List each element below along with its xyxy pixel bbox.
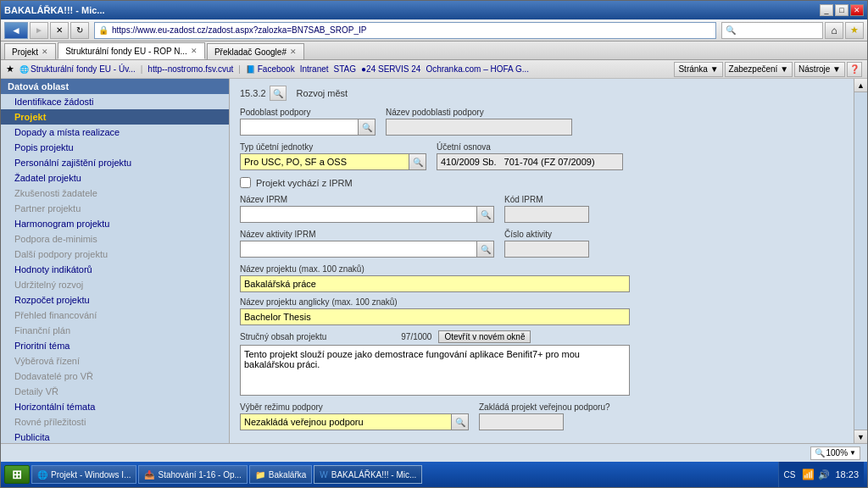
content-area: 15.3.2 🔍 Rozvoj měst Podoblast podpory 🔍… [230, 79, 854, 443]
sidebar-item-publicita[interactable]: Publicita [1, 430, 229, 443]
zoom-icon: 🔍 [815, 448, 825, 458]
cislo-aktivity-input[interactable] [504, 241, 589, 258]
tab-close-icon[interactable]: ✕ [42, 47, 48, 56]
sidebar-item-financni-plan: Finanční plán [1, 323, 229, 338]
sidebar-item-zadatel[interactable]: Žadatel projektu [1, 170, 229, 186]
zoom-indicator[interactable]: 🔍 100% ▼ [810, 446, 861, 460]
network-icon: 📶 [802, 469, 815, 480]
tab-strukturalni[interactable]: Strukturální fondy EU - ROP N... ✕ [58, 42, 205, 59]
scroll-top-value: 15.3.2 [240, 88, 266, 98]
tools-button[interactable]: Nástroje ▼ [794, 62, 845, 77]
kod-iprm-input[interactable] [504, 206, 589, 223]
ie-tools-button[interactable]: Stránka ▼ [674, 62, 722, 77]
minimize-button[interactable]: _ [820, 4, 833, 16]
nazev-aktivity-input[interactable] [240, 241, 477, 258]
form-row-ucetni: Typ účetní jednotky 🔍 Účetní osnova [240, 142, 843, 170]
bookmark-nostromo[interactable]: http--nostromo.fsv.cvut [147, 64, 233, 74]
word-icon: W [320, 470, 327, 480]
form-group-strucny-obsah: Stručný obsah projektu 97/1000 Otevřít v… [240, 330, 843, 397]
title-bar: BAKALÁŘKA!!! - Mic... _ □ ✕ [1, 1, 867, 19]
iprm-checkbox[interactable] [240, 177, 251, 188]
zoom-value: 100% [826, 448, 849, 458]
form-row-podoblast: Podoblast podpory 🔍 Název podoblasti pod… [240, 108, 843, 136]
sidebar-item-podpora-de-minimis: Podpora de-minimis [1, 231, 229, 247]
form-row-vyber-rezimu: Výběr režimu podpory 🔍 Zakládá projekt v… [240, 402, 843, 430]
nazev-projektu-input[interactable] [240, 275, 630, 292]
scroll-top-icon[interactable]: 🔍 [270, 86, 287, 101]
form-group-nazev-en: Název projektu anglicky (max. 100 znaků) [240, 297, 843, 325]
vyber-rezimu-input[interactable] [240, 413, 452, 430]
sidebar-item-personalni[interactable]: Personální zajištění projektu [1, 155, 229, 170]
taskbar-app-bakalarka[interactable]: 📁 Bakalářka [249, 465, 312, 484]
typ-ucetni-input[interactable] [240, 153, 409, 170]
nazev-aktivity-label: Název aktivity IPRM [240, 230, 494, 239]
typ-ucetni-search-btn[interactable]: 🔍 [409, 153, 426, 170]
safety-button[interactable]: Zabezpečení ▼ [725, 62, 793, 77]
sidebar-item-harmonogram[interactable]: Harmonogram projektu [1, 216, 229, 231]
stop-button[interactable]: ✕ [50, 22, 69, 39]
sidebar-item-popis[interactable]: Popis projektu [1, 140, 229, 155]
back-button[interactable]: ◄ [4, 22, 28, 39]
nazev-iprm-input[interactable] [240, 206, 477, 223]
tab-prekladac[interactable]: Překladač Google# ✕ [207, 43, 304, 59]
sidebar-item-rovne-prilezitosti: Rovné příležitosti [1, 414, 229, 430]
tab-close-icon2[interactable]: ✕ [191, 47, 198, 55]
favorites-button[interactable]: ★ [845, 22, 864, 39]
sidebar-item-zkusenosti: Zkušenosti žadatele [1, 186, 229, 201]
vyber-rezimu-search-btn[interactable]: 🔍 [452, 413, 469, 430]
sidebar-item-dopady[interactable]: Dopady a místa realizace [1, 125, 229, 140]
podoblast-input[interactable] [240, 119, 359, 136]
nazev-projektu-label: Název projektu (max. 100 znaků) [240, 264, 843, 274]
home-button[interactable]: ⌂ [825, 22, 843, 39]
taskbar: ⊞ 🌐 Projekt - Windows I... 📥 Stahování 1… [1, 462, 867, 487]
sidebar: Datová oblast Identifikace žádosti Proje… [1, 79, 230, 443]
bookmark-servis24[interactable]: ●24 SERVIS 24 [361, 64, 420, 74]
sidebar-item-hodnoty[interactable]: Hodnoty indikátorů [1, 262, 229, 277]
sidebar-item-rozpocet[interactable]: Rozpočet projektu [1, 292, 229, 308]
ucetni-osnova-input[interactable] [437, 153, 623, 170]
sidebar-item-prioritni-tema[interactable]: Prioritní téma [1, 338, 229, 353]
close-button[interactable]: ✕ [850, 4, 864, 16]
sidebar-item-projekt[interactable]: Projekt [1, 109, 229, 125]
tab-projekt[interactable]: Projekt ✕ [4, 43, 56, 59]
taskbar-app-explorer[interactable]: 🌐 Projekt - Windows I... [31, 465, 136, 484]
nazev-projektu-en-input[interactable] [240, 308, 630, 325]
iprm-label: Projekt vychází z IPRM [256, 178, 353, 188]
address-bar[interactable]: 🔒 https://www.eu-zadost.cz/zadost.aspx?z… [94, 22, 716, 39]
bookmark-strukturalni[interactable]: 🌐 Strukturální fondy EU - Úv... [19, 64, 136, 74]
kod-iprm-label: Kód IPRM [504, 195, 589, 204]
forward-button[interactable]: ► [30, 22, 48, 39]
maximize-button[interactable]: □ [835, 4, 849, 16]
bookmark-ochranka[interactable]: Ochranka.com – HOFA G... [426, 64, 529, 74]
refresh-button[interactable]: ↻ [70, 22, 89, 39]
ucetni-osnova-label: Účetní osnova [437, 142, 623, 152]
podoblast-search-btn[interactable]: 🔍 [359, 119, 376, 136]
nazev-iprm-label: Název IPRM [240, 195, 494, 204]
tab-close-icon3[interactable]: ✕ [290, 47, 297, 56]
sidebar-item-dodavatele: Dodavatelé pro VŘ [1, 369, 229, 384]
start-button[interactable]: ⊞ [4, 465, 30, 484]
bookmark-stag[interactable]: STAG [334, 64, 356, 74]
bookmark-facebook[interactable]: 📘 Facebook [246, 64, 295, 74]
strucny-obsah-textarea[interactable]: Tento projekt slouží pouze jako demostra… [240, 345, 630, 396]
nazev-podoblasti-input[interactable] [386, 119, 572, 136]
sidebar-item-identifikace[interactable]: Identifikace žádosti [1, 94, 229, 109]
strucny-obsah-label: Stručný obsah projektu [240, 332, 326, 341]
sidebar-item-horizontalni[interactable]: Horizontální témata [1, 399, 229, 414]
help-button[interactable]: ❓ [847, 62, 862, 77]
typ-ucetni-label: Typ účetní jednotky [240, 142, 426, 152]
sidebar-item-udrzitelny: Udržitelný rozvoj [1, 277, 229, 292]
tabs-bar: Projekt ✕ Strukturální fondy EU - ROP N.… [1, 42, 867, 60]
nazev-iprm-search-btn[interactable]: 🔍 [477, 206, 494, 223]
zaklada-projekt-input[interactable] [479, 413, 564, 430]
bookmarks-bar: ★ 🌐 Strukturální fondy EU - Úv... | http… [1, 60, 867, 79]
right-scrollbar[interactable]: ▲ ▼ [854, 79, 867, 443]
search-bar[interactable]: 🔍 [721, 22, 823, 39]
bookmark-intranet[interactable]: Intranet [300, 64, 329, 74]
otevrit-button[interactable]: Otevřít v novém okně [438, 330, 531, 343]
nazev-aktivity-search-btn[interactable]: 🔍 [477, 241, 494, 258]
system-tray: CS 📶 🔊 18:23 [778, 462, 864, 487]
sidebar-item-dalsi-podpory: Další podpory projektu [1, 247, 229, 262]
taskbar-app-download[interactable]: 📥 Stahování 1-16 - Op... [138, 465, 247, 484]
taskbar-app-word[interactable]: W BAKALÁŘKA!!! - Mic... [314, 465, 422, 484]
